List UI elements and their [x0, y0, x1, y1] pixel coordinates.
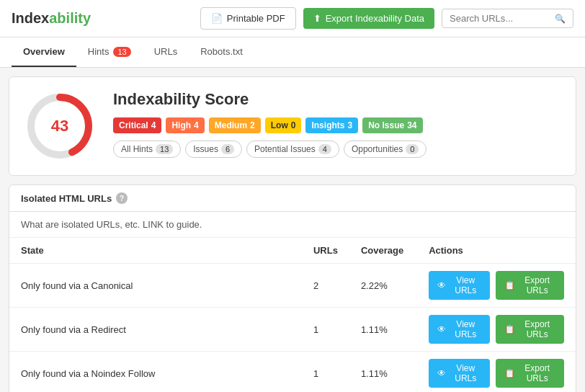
tab-robots[interactable]: Robots.txt	[189, 37, 254, 67]
cell-state-0: Only found via a Canonical	[9, 264, 302, 308]
file-icon	[504, 324, 515, 334]
badge-critical[interactable]: Critical4	[113, 117, 161, 133]
file-icon	[504, 368, 515, 378]
cell-actions-0: View URLs Export URLs	[417, 264, 576, 308]
cell-actions-2: View URLs Export URLs	[417, 352, 576, 393]
filter-issues[interactable]: Issues6	[185, 141, 242, 158]
view-urls-button-1[interactable]: View URLs	[429, 315, 490, 344]
search-box	[442, 9, 573, 28]
filter-opportunities[interactable]: Opportunities0	[344, 141, 427, 158]
cell-urls-1: 1	[302, 308, 349, 352]
help-icon[interactable]: ?	[116, 192, 128, 204]
search-icon	[555, 13, 566, 24]
score-badges: Critical4High4Medium2Low0Insights3No Iss…	[113, 117, 561, 133]
tab-hints[interactable]: Hints 13	[76, 37, 143, 67]
badge-no-issue[interactable]: No Issue34	[362, 117, 422, 133]
eye-icon	[437, 368, 446, 378]
cell-urls-2: 1	[302, 352, 349, 393]
score-info: Indexability Score Critical4High4Medium2…	[113, 90, 561, 158]
badge-high[interactable]: High4	[166, 117, 204, 133]
badge-insights[interactable]: Insights3	[305, 117, 358, 133]
cell-actions-1: View URLs Export URLs	[417, 308, 576, 352]
export-icon	[313, 13, 321, 24]
col-header-urls: URLs	[302, 238, 349, 264]
col-header-state: State	[9, 238, 302, 264]
score-section: 43 Indexability Score Critical4High4Medi…	[9, 76, 576, 176]
score-number: 43	[51, 117, 68, 135]
score-title: Indexability Score	[113, 90, 561, 109]
export-indexability-button[interactable]: Export Indexability Data	[303, 8, 434, 29]
badge-low[interactable]: Low0	[265, 117, 302, 133]
isolated-header: Isolated HTML URLs ?	[9, 185, 576, 212]
filter-potential-issues[interactable]: Potential Issues4	[246, 141, 339, 158]
hints-badge: 13	[113, 47, 130, 57]
app-title: Indexability	[12, 10, 91, 27]
header: Indexability Printable PDF Export Indexa…	[0, 0, 585, 37]
isolated-description: What are isolated URLs, etc. LINK to gui…	[9, 212, 576, 238]
action-group-1: View URLs Export URLs	[429, 315, 564, 344]
view-urls-button-2[interactable]: View URLs	[429, 359, 490, 388]
cell-state-2: Only found via a Noindex Follow	[9, 352, 302, 393]
action-group-2: View URLs Export URLs	[429, 359, 564, 388]
cell-urls-0: 2	[302, 264, 349, 308]
printable-pdf-button[interactable]: Printable PDF	[200, 7, 296, 30]
tab-overview[interactable]: Overview	[12, 37, 76, 67]
col-header-actions: Actions	[417, 238, 576, 264]
cell-state-1: Only found via a Redirect	[9, 308, 302, 352]
col-header-coverage: Coverage	[349, 238, 417, 264]
eye-icon	[437, 280, 446, 290]
eye-icon	[437, 324, 446, 334]
export-urls-button-0[interactable]: Export URLs	[496, 271, 564, 300]
pdf-icon	[211, 13, 223, 24]
table-row: Only found via a Canonical 2 2.22% View …	[9, 264, 576, 308]
score-top: 43 Indexability Score Critical4High4Medi…	[24, 90, 561, 162]
view-urls-button-0[interactable]: View URLs	[429, 271, 490, 300]
cell-coverage-0: 2.22%	[349, 264, 417, 308]
isolated-section: Isolated HTML URLs ? What are isolated U…	[9, 184, 576, 392]
table-row: Only found via a Redirect 1 1.11% View U…	[9, 308, 576, 352]
cell-coverage-2: 1.11%	[349, 352, 417, 393]
export-urls-button-1[interactable]: Export URLs	[496, 315, 564, 344]
tab-bar: Overview Hints 13 URLs Robots.txt	[0, 37, 585, 68]
isolated-title: Isolated HTML URLs	[21, 193, 112, 204]
table-header-row: State URLs Coverage Actions	[9, 238, 576, 264]
badge-medium[interactable]: Medium2	[209, 117, 261, 133]
export-urls-button-2[interactable]: Export URLs	[496, 359, 564, 388]
search-input[interactable]	[450, 13, 550, 24]
donut-chart: 43	[24, 90, 96, 162]
filter-buttons: All Hints13Issues6Potential Issues4Oppor…	[113, 141, 561, 158]
action-group-0: View URLs Export URLs	[429, 271, 564, 300]
file-icon	[504, 280, 515, 290]
cell-coverage-1: 1.11%	[349, 308, 417, 352]
data-table: State URLs Coverage Actions Only found v…	[9, 238, 576, 392]
table-row: Only found via a Noindex Follow 1 1.11% …	[9, 352, 576, 393]
filter-all-hints[interactable]: All Hints13	[113, 141, 181, 158]
tab-urls[interactable]: URLs	[143, 37, 189, 67]
